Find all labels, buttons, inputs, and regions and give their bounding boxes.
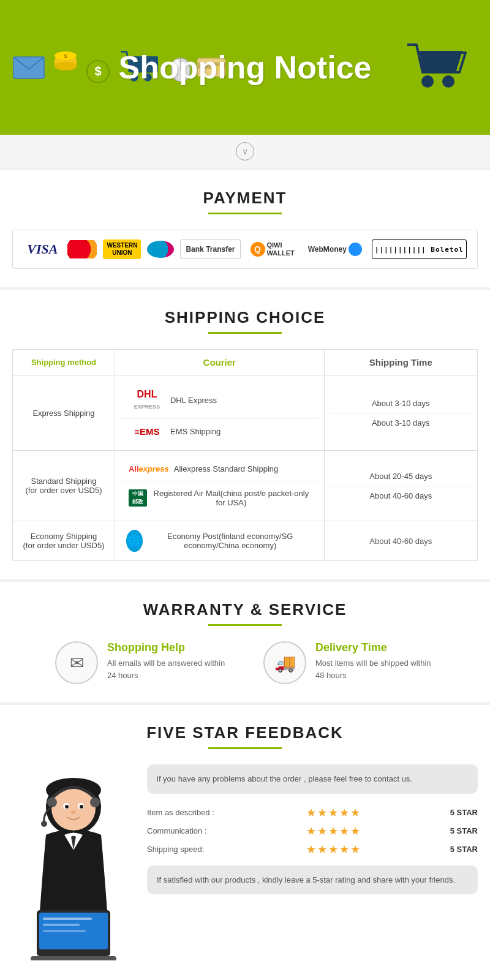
- warranty-underline: [208, 624, 282, 626]
- qiwi-circle: Q: [251, 242, 265, 257]
- feedback-section: FIVE STAR FEEDBACK: [0, 705, 490, 980]
- rating-count-1: 5 STAR: [441, 826, 478, 835]
- rating-stars-1: ★★★★★: [306, 824, 361, 838]
- rating-stars-2: ★★★★★: [306, 843, 361, 856]
- courier-express: DHLEXPRESS DHL Express ≡EMS EMS Shipping: [115, 375, 324, 451]
- airmail-logo: 中国邮政: [129, 489, 147, 507]
- ems-courier: ≡EMS EMS Shipping: [123, 424, 317, 439]
- western-union-logo: WESTERNUNION: [103, 239, 141, 259]
- shopping-help-icon-circle: ✉: [55, 641, 98, 684]
- rating-label-0: Item as described :: [147, 808, 227, 817]
- airmail-courier: 中国邮政 Registered Air Mail(china post/e pa…: [123, 486, 317, 510]
- table-row: Economy Shipping(for order under USD5) 🌐…: [13, 521, 478, 561]
- bank-transfer-logo: Bank Transfer: [180, 239, 240, 259]
- shopping-help-text: Shopping Help All emails will be answere…: [107, 641, 227, 681]
- time-standard: About 20-45 days About 40-60 days: [324, 451, 477, 521]
- feedback-content: if you have any problems about the order…: [12, 764, 478, 963]
- dhl-row: DHLEXPRESS DHL Express: [120, 382, 319, 419]
- feedback-underline: [208, 747, 282, 749]
- delivery-text: Delivery Time Most items will be shipped…: [315, 641, 435, 681]
- time-airmail: About 40-60 days: [330, 486, 472, 505]
- warranty-title: WARRANTY & SERVICE: [12, 600, 478, 619]
- svg-point-27: [71, 810, 76, 814]
- un-logo-text: 🌐: [127, 534, 141, 548]
- table-row: ≡EMS EMS Shipping: [120, 419, 319, 445]
- dhl-courier: DHLEXPRESS DHL Express: [123, 386, 317, 413]
- svg-point-28: [47, 797, 57, 807]
- dhl-logo: DHLEXPRESS: [129, 389, 165, 411]
- economy-courier: 🌐 Economy Post(finland economy/SG econom…: [120, 527, 319, 554]
- coins-icon: $: [52, 51, 80, 85]
- scroll-indicator[interactable]: ∨: [0, 135, 490, 168]
- courier-standard: Aliexpress Aliexpress Standard Shipping …: [115, 451, 324, 521]
- agent-svg: [12, 764, 135, 960]
- col-courier: Courier: [115, 350, 324, 375]
- table-row: DHLEXPRESS DHL Express: [120, 382, 319, 419]
- table-row: About 3-10 days: [330, 394, 472, 413]
- rating-stars-0: ★★★★★: [306, 806, 361, 820]
- ali-courier: Aliexpress Aliexpress Standard Shipping: [123, 462, 317, 476]
- webmoney-globe: [349, 243, 362, 256]
- time-ems: About 3-10 days: [330, 413, 472, 432]
- col-method: Shipping method: [13, 350, 115, 375]
- svg-text:$: $: [64, 53, 67, 59]
- table-row: Express Shipping DHLEXPRESS DHL Express: [13, 375, 478, 451]
- maestro-logo: [147, 241, 174, 258]
- airmail-logo-text: 中国邮政: [132, 490, 143, 506]
- shipping-title: SHIPPING CHOICE: [12, 308, 478, 327]
- courier-economy: 🌐 Economy Post(finland economy/SG econom…: [115, 521, 324, 561]
- table-row: 中国邮政 Registered Air Mail(china post/e pa…: [120, 481, 319, 515]
- ems-name: EMS Shipping: [170, 427, 221, 436]
- un-logo: 🌐: [126, 530, 143, 552]
- svg-rect-33: [31, 956, 116, 960]
- warranty-item-shopping: ✉ Shopping Help All emails will be answe…: [55, 641, 227, 684]
- webmoney-logo: WebMoney: [304, 239, 366, 259]
- ali-name: Aliexpress Standard Shipping: [174, 464, 279, 473]
- svg-rect-36: [43, 930, 86, 932]
- table-row: About 3-10 days: [330, 413, 472, 432]
- payment-underline: [208, 213, 282, 214]
- speech-bubble-1: if you have any problems about the order…: [147, 764, 478, 794]
- warranty-grid: ✉ Shopping Help All emails will be answe…: [12, 641, 478, 684]
- hero-banner: $ $ Shopping Notice: [0, 0, 490, 135]
- shopping-help-heading: Shopping Help: [107, 641, 227, 654]
- envelope-icon: ✉: [70, 653, 84, 673]
- ali-row: Aliexpress Aliexpress Standard Shipping: [120, 457, 319, 481]
- chevron-down-icon: ∨: [242, 146, 248, 156]
- delivery-desc: Most items will be shipped within 48 hou…: [315, 657, 435, 681]
- table-row: Standard Shipping(for order over USD5) A…: [13, 451, 478, 521]
- warranty-section: WARRANTY & SERVICE ✉ Shopping Help All e…: [0, 582, 490, 703]
- economy-name: Economy Post(finland economy/SG economy/…: [148, 532, 313, 550]
- hero-icons-right: [404, 36, 472, 99]
- webmoney-text: WebMoney: [308, 245, 347, 254]
- rating-row-0: Item as described : ★★★★★ 5 STAR: [147, 806, 478, 820]
- shipping-table: Shipping method Courier Shipping Time Ex…: [12, 349, 478, 561]
- ems-row: ≡EMS EMS Shipping: [120, 419, 319, 445]
- boletol-logo: ||||||||||| Boletol: [372, 239, 467, 259]
- svg-point-30: [41, 821, 47, 827]
- warranty-item-delivery: 🚚 Delivery Time Most items will be shipp…: [263, 641, 435, 684]
- rating-count-0: 5 STAR: [441, 808, 478, 817]
- table-row: About 20-45 days: [330, 467, 472, 486]
- scroll-circle[interactable]: ∨: [236, 142, 254, 160]
- time-ali: About 20-45 days: [330, 467, 472, 486]
- hero-title: Shopping Notice: [118, 49, 371, 86]
- method-economy: Economy Shipping(for order under USD5): [13, 521, 115, 561]
- feedback-right: if you have any problems about the order…: [147, 764, 478, 894]
- mastercard-logo: [67, 240, 97, 258]
- qiwi-logo: Q QIWIWALLET: [247, 239, 298, 259]
- rating-label-1: Communication :: [147, 826, 227, 835]
- svg-point-19: [442, 75, 454, 88]
- payment-section: PAYMENT VISA WESTERNUNION Bank Transfer …: [0, 170, 490, 287]
- shipping-underline: [208, 332, 282, 334]
- envelope-icon: [12, 51, 49, 85]
- agent-figure: [12, 764, 135, 963]
- rating-row-1: Communication : ★★★★★ 5 STAR: [147, 824, 478, 838]
- time-express: About 3-10 days About 3-10 days: [324, 375, 477, 451]
- svg-text:$: $: [94, 64, 101, 78]
- cart-icon-right: [404, 36, 472, 97]
- svg-point-18: [421, 75, 434, 88]
- airmail-row: 中国邮政 Registered Air Mail(china post/e pa…: [120, 481, 319, 515]
- payment-logos: VISA WESTERNUNION Bank Transfer Q QIWIWA…: [12, 230, 478, 269]
- svg-point-26: [80, 805, 83, 809]
